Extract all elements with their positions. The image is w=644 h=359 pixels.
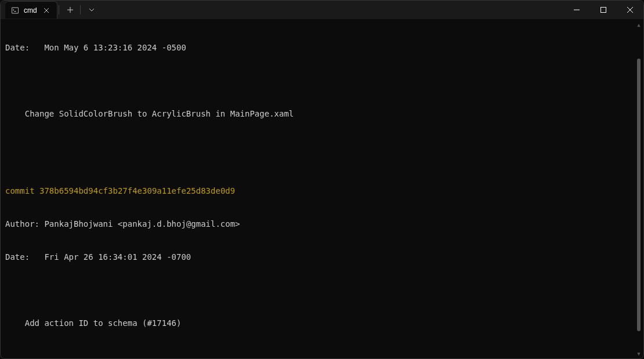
tab-cmd[interactable]: cmd	[5, 1, 57, 19]
new-tab-button[interactable]	[61, 2, 79, 18]
scrollbar[interactable]: ▲ ▼	[635, 21, 642, 357]
window-controls	[563, 1, 643, 19]
scroll-down-icon[interactable]: ▼	[635, 350, 642, 357]
blank-line	[5, 285, 639, 296]
maximize-button[interactable]	[590, 1, 617, 19]
author-line: Author: PankajBhojwani <pankaj.d.bhoj@gm…	[5, 219, 639, 230]
titlebar: cmd	[1, 1, 643, 19]
log-date: Date: Mon May 6 13:23:16 2024 -0500	[5, 42, 639, 53]
svg-rect-3	[601, 8, 606, 13]
tab-dropdown-button[interactable]	[83, 2, 100, 18]
terminal-area[interactable]: Date: Mon May 6 13:23:16 2024 -0500 Chan…	[1, 19, 643, 359]
commit-msg: Add action ID to schema (#17146)	[5, 318, 639, 329]
tab-separator-2	[80, 5, 81, 14]
commit-msg: Change SolidColorBrush to AcrylicBrush i…	[5, 108, 639, 119]
tab-title: cmd	[24, 6, 37, 14]
terminal-output: Date: Mon May 6 13:23:16 2024 -0500 Chan…	[5, 20, 639, 359]
date-line: Date: Fri Apr 26 16:34:01 2024 -0700	[5, 252, 639, 263]
minimize-button[interactable]	[563, 1, 590, 19]
blank-line	[5, 142, 639, 153]
tab-close-button[interactable]	[42, 6, 51, 15]
commit-line: commit 378b6594bd94cf3b27f4e309a11efe25d…	[5, 186, 639, 197]
close-button[interactable]	[617, 1, 643, 19]
blank-line	[5, 351, 639, 359]
terminal-icon	[11, 6, 19, 14]
scrollbar-track[interactable]	[635, 30, 642, 349]
scroll-up-icon[interactable]: ▲	[635, 21, 642, 28]
svg-rect-0	[12, 8, 18, 13]
blank-line	[5, 75, 639, 86]
scrollbar-thumb[interactable]	[637, 59, 641, 331]
tab-separator	[59, 5, 59, 14]
